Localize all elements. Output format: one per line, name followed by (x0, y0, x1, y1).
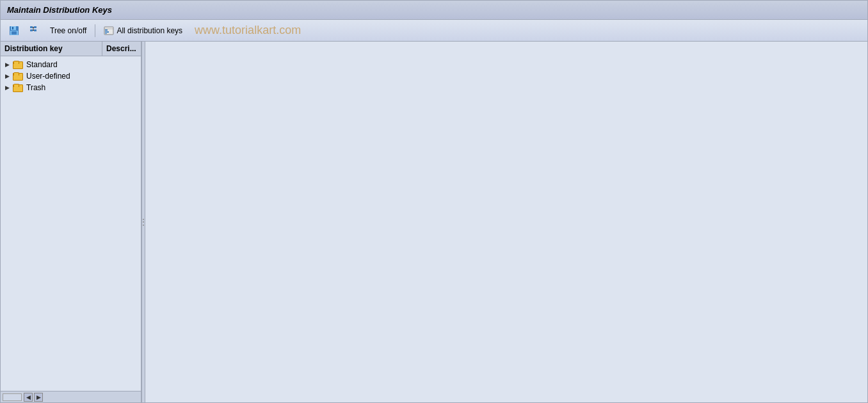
panel-header: Distribution key Descri... (1, 42, 141, 56)
save-icon (9, 26, 19, 36)
folder-icon-user-defined (13, 72, 23, 81)
scroll-track[interactable] (3, 393, 22, 401)
svg-rect-4 (12, 31, 17, 35)
list-item[interactable]: Trash (1, 82, 141, 93)
svg-rect-6 (30, 29, 33, 31)
left-panel-scrollbar: ◀ ▶ (1, 391, 141, 402)
svg-rect-2 (12, 27, 13, 29)
watermark: www.tutorialkart.com (195, 24, 301, 37)
scroll-right-button[interactable]: ▶ (34, 393, 43, 402)
svg-rect-16 (105, 33, 107, 34)
svg-rect-7 (34, 26, 36, 28)
folder-icon-standard (13, 61, 23, 69)
title-bar: Maintain Distribution Keys (1, 1, 867, 20)
tree-arrow-user-defined[interactable] (3, 72, 11, 80)
list-item[interactable]: User-defined (1, 70, 141, 82)
user-defined-label: User-defined (26, 72, 70, 81)
standard-label: Standard (26, 60, 58, 69)
window-title: Maintain Distribution Keys (7, 5, 112, 15)
tree-area[interactable]: Standard User-defined Trash (1, 56, 141, 391)
svg-rect-14 (105, 29, 108, 31)
main-window: Maintain Distribution Keys (0, 0, 868, 403)
tree-arrow-standard[interactable] (3, 61, 11, 68)
distribution-keys-icon (104, 26, 114, 36)
right-panel (145, 42, 867, 402)
svg-rect-5 (30, 26, 33, 28)
tree-icon-button[interactable] (26, 24, 43, 38)
left-panel: Distribution key Descri... Standard User… (1, 42, 141, 402)
list-item[interactable]: Standard (1, 59, 141, 70)
toolbar: Tree on/off All distribution keys www.tu… (1, 20, 867, 42)
svg-rect-15 (105, 31, 109, 33)
description-header: Descri... (102, 42, 141, 56)
toolbar-separator (95, 24, 95, 37)
all-distribution-keys-label: All distribution keys (117, 26, 182, 35)
all-distribution-keys-button[interactable]: All distribution keys (100, 24, 186, 38)
main-content: Distribution key Descri... Standard User… (1, 42, 867, 402)
tree-arrow-trash[interactable] (3, 84, 11, 91)
svg-rect-8 (34, 29, 36, 31)
scroll-left-button[interactable]: ◀ (24, 393, 33, 402)
tree-toggle-label: Tree on/off (50, 26, 86, 35)
tree-toggle-button[interactable]: Tree on/off (47, 24, 90, 37)
tree-structure-icon (29, 26, 40, 36)
trash-label: Trash (26, 83, 45, 92)
save-button[interactable] (6, 24, 22, 38)
distribution-key-header: Distribution key (1, 42, 102, 56)
folder-icon-trash (13, 84, 23, 92)
